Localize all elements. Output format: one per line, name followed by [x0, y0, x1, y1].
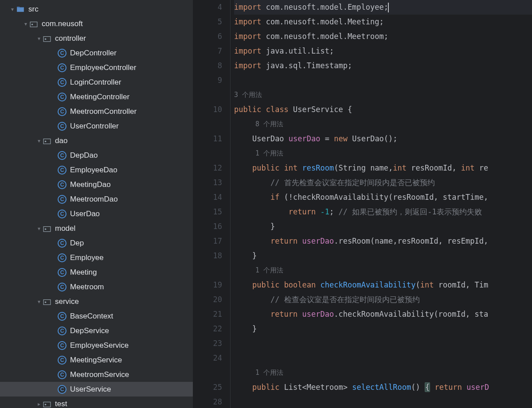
tree-package-dao[interactable]: ▾ dao	[0, 133, 193, 148]
class-icon: C	[58, 370, 66, 379]
code-line[interactable]: import java.util.List;	[234, 44, 532, 58]
class-icon: C	[58, 312, 66, 321]
line-number: 28	[193, 395, 222, 408]
tree-class-meetingdao[interactable]: CMeetingDao	[0, 177, 193, 192]
svg-point-7	[45, 228, 46, 229]
tree-package-test[interactable]: ▸ test	[0, 396, 193, 408]
code-line[interactable]: UserDao userDao = new UserDao();	[234, 132, 532, 146]
code-area[interactable]: import com.neusoft.model.Employee; impor…	[231, 0, 532, 408]
code-line[interactable]: }	[234, 249, 532, 263]
tree-label: Employee	[70, 253, 104, 262]
usage-hint[interactable]: 1 个用法	[234, 365, 532, 380]
code-line[interactable]: import com.neusoft.model.Employee;	[234, 0, 532, 15]
tree-class-userdao[interactable]: CUserDao	[0, 206, 193, 221]
svg-point-9	[45, 301, 46, 303]
svg-point-3	[45, 38, 46, 39]
class-icon: C	[58, 49, 66, 58]
usage-hint[interactable]: 8 个用法	[234, 117, 532, 132]
code-line[interactable]	[234, 73, 532, 88]
code-line[interactable]: import java.sql.Timestamp;	[234, 58, 532, 73]
line-number: 20	[193, 292, 222, 307]
code-editor[interactable]: 4 5 6 7 8 9 10 11 12 13 14 15 16 17 18 1…	[193, 0, 532, 408]
tree-class-meetingservice[interactable]: CMeetingService	[0, 353, 193, 367]
tree-class-meetingcontroller[interactable]: CMeetingController	[0, 89, 193, 104]
tree-class-dep[interactable]: CDep	[0, 236, 193, 250]
tree-label: EmployeeService	[70, 341, 129, 350]
tree-class-meetroom[interactable]: CMeetroom	[0, 280, 193, 294]
tree-label: Meeting	[70, 268, 97, 277]
tree-class-employee[interactable]: CEmployee	[0, 250, 193, 265]
code-line[interactable]	[234, 351, 532, 365]
line-number: 13	[193, 175, 222, 190]
usage-hint[interactable]: 3 个用法	[234, 88, 532, 102]
package-icon	[43, 224, 51, 233]
code-line[interactable]: public class UserService {	[234, 102, 532, 117]
tree-label: service	[55, 297, 79, 306]
code-line[interactable]: return userDao.checkRoomAvailability(roo…	[234, 307, 532, 322]
tree-package-service[interactable]: ▾ service	[0, 294, 193, 309]
tree-label: src	[28, 5, 39, 14]
code-line[interactable]: }	[234, 322, 532, 336]
tree-label: DepDao	[70, 151, 98, 160]
tree-class-logincontroller[interactable]: CLoginController	[0, 75, 193, 89]
usage-hint[interactable]: 1 个用法	[234, 263, 532, 278]
tree-label: UserService	[70, 385, 111, 394]
tree-class-employeeservice[interactable]: CEmployeeService	[0, 338, 193, 353]
line-number	[193, 117, 222, 132]
tree-label: DepService	[70, 326, 109, 335]
line-number: 16	[193, 219, 222, 234]
line-number: 15	[193, 205, 222, 219]
line-number	[193, 263, 222, 278]
folder-icon	[16, 5, 25, 14]
class-icon: C	[58, 107, 66, 116]
tree-class-meeting[interactable]: CMeeting	[0, 265, 193, 280]
line-number	[193, 365, 222, 380]
tree-class-depcontroller[interactable]: CDepController	[0, 46, 193, 60]
tree-class-meetroomdao[interactable]: CMeetroomDao	[0, 192, 193, 206]
usage-hint[interactable]: 1 个用法	[234, 146, 532, 161]
tree-class-basecontext[interactable]: CBaseContext	[0, 309, 193, 323]
tree-class-usercontroller[interactable]: CUserController	[0, 119, 193, 133]
code-line[interactable]: import com.neusoft.model.Meetroom;	[234, 29, 532, 44]
svg-rect-2	[43, 36, 51, 41]
gutter: 4 5 6 7 8 9 10 11 12 13 14 15 16 17 18 1…	[193, 0, 231, 408]
code-line[interactable]: // 首先检查会议室在指定时间段内是否已被预约	[234, 175, 532, 190]
project-tree[interactable]: ▾ src ▾ com.neusoft ▾ controller CDepCon…	[0, 0, 193, 408]
code-line[interactable]	[234, 395, 532, 408]
code-line[interactable]: return userDao.resRoom(name,resRoomId, r…	[234, 234, 532, 249]
line-number: 21	[193, 307, 222, 322]
line-number: 24	[193, 351, 222, 365]
tree-package-controller[interactable]: ▾ controller	[0, 31, 193, 46]
tree-class-depdao[interactable]: CDepDao	[0, 148, 193, 163]
code-line[interactable]: public int resRoom(String name,int resRo…	[234, 161, 532, 175]
code-line[interactable]: public boolean checkRoomAvailability(int…	[234, 278, 532, 292]
code-line[interactable]: return -1; // 如果已被预约，则返回-1表示预约失败	[234, 205, 532, 219]
class-icon: C	[58, 239, 66, 248]
tree-class-employeecontroller[interactable]: CEmployeeController	[0, 60, 193, 75]
class-icon: C	[58, 326, 66, 335]
code-line[interactable]: // 检查会议室是否在指定时间段内已被预约	[234, 292, 532, 307]
class-icon: C	[58, 166, 66, 175]
code-line[interactable]: public List<Meetroom> selectAllRoom() { …	[234, 380, 532, 395]
class-icon: C	[58, 78, 66, 87]
class-icon: C	[58, 195, 66, 204]
tree-class-depservice[interactable]: CDepService	[0, 323, 193, 338]
tree-class-meetroomcontroller[interactable]: CMeetroomController	[0, 104, 193, 119]
tree-label: MeetroomService	[70, 370, 129, 379]
line-number: 5	[193, 15, 222, 29]
tree-class-meetroomservice[interactable]: CMeetroomService	[0, 367, 193, 382]
line-number: 8	[193, 58, 222, 73]
tree-label: Meetroom	[70, 283, 104, 291]
tree-package-root[interactable]: ▾ com.neusoft	[0, 16, 193, 31]
tree-label: MeetroomDao	[70, 195, 118, 204]
tree-class-employeedao[interactable]: CEmployeeDao	[0, 163, 193, 177]
svg-rect-4	[43, 139, 51, 144]
code-line[interactable]: import com.neusoft.model.Meeting;	[234, 15, 532, 29]
tree-package-model[interactable]: ▾ model	[0, 221, 193, 236]
tree-folder-src[interactable]: ▾ src	[0, 2, 193, 16]
code-line[interactable]: }	[234, 219, 532, 234]
code-line[interactable]: if (!checkRoomAvailability(resRoomId, st…	[234, 190, 532, 205]
code-line[interactable]	[234, 336, 532, 351]
class-icon: C	[58, 341, 66, 350]
tree-class-userservice[interactable]: CUserService	[0, 382, 193, 396]
